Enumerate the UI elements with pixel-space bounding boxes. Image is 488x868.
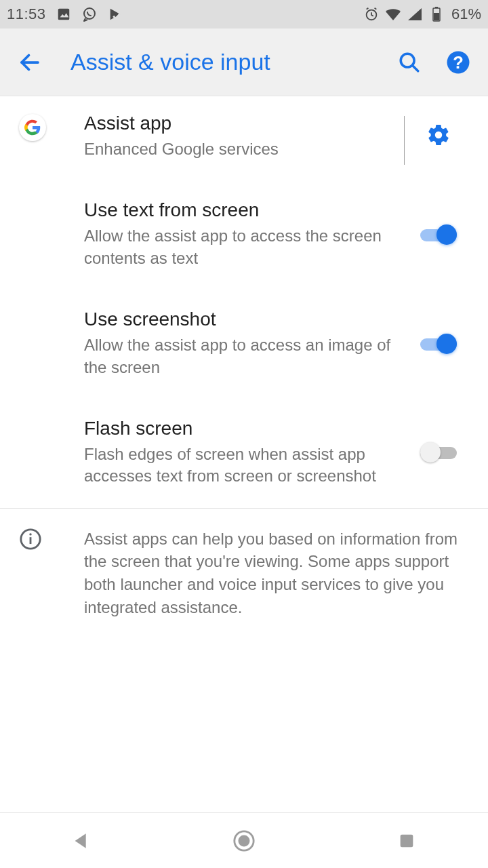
help-button[interactable]: ? (441, 45, 476, 80)
use-text-toggle[interactable] (420, 224, 457, 245)
nav-home-button[interactable] (203, 821, 285, 861)
svg-text:?: ? (453, 53, 464, 72)
whatsapp-icon (81, 6, 98, 22)
cellular-icon (407, 6, 423, 22)
help-icon: ? (446, 50, 470, 75)
use-screenshot-title: Use screenshot (84, 309, 408, 330)
use-text-subtitle: Allow the assist app to access the scree… (84, 225, 408, 269)
status-time: 11:53 (7, 5, 46, 23)
battery-icon (428, 6, 445, 22)
info-text: Assist apps can help you based on inform… (84, 528, 469, 618)
alarm-icon (363, 6, 380, 22)
circle-home-icon (232, 829, 256, 852)
play-store-icon (107, 6, 123, 22)
info-icon (19, 528, 42, 551)
use-screenshot-row[interactable]: Use screenshot Allow the assist app to a… (0, 285, 488, 395)
svg-rect-8 (434, 13, 439, 20)
nav-back-button[interactable] (41, 821, 122, 861)
arrow-left-icon (18, 50, 42, 75)
info-row: Assist apps can help you based on inform… (0, 509, 488, 635)
flash-screen-toggle[interactable] (420, 442, 457, 462)
assist-app-row[interactable]: Assist app Enhanced Google services (0, 96, 488, 176)
use-text-row[interactable]: Use text from screen Allow the assist ap… (0, 176, 488, 285)
back-button[interactable] (12, 45, 47, 80)
settings-list: Assist app Enhanced Google services Use … (0, 96, 488, 635)
svg-line-11 (412, 65, 418, 71)
svg-marker-5 (408, 8, 422, 20)
gear-icon (426, 123, 451, 147)
search-icon (398, 51, 421, 74)
nav-recents-button[interactable] (366, 821, 447, 861)
google-g-icon (19, 114, 46, 141)
page-title: Assist & voice input (70, 49, 270, 75)
use-screenshot-subtitle: Allow the assist app to access an image … (84, 334, 408, 378)
svg-point-19 (239, 835, 250, 846)
assist-app-settings-button[interactable] (426, 123, 451, 150)
flash-screen-row[interactable]: Flash screen Flash edges of screen when … (0, 395, 488, 508)
use-screenshot-toggle[interactable] (420, 334, 457, 354)
battery-percent: 61% (451, 5, 481, 23)
svg-marker-17 (75, 833, 86, 848)
wifi-icon (385, 6, 401, 22)
assist-app-title: Assist app (84, 113, 408, 134)
navigation-bar (0, 812, 488, 868)
svg-rect-7 (435, 7, 438, 8)
vertical-divider (404, 116, 405, 165)
svg-rect-20 (401, 834, 413, 847)
photos-icon (56, 6, 72, 22)
status-bar: 11:53 61% (0, 0, 488, 28)
svg-rect-0 (58, 9, 69, 20)
use-text-title: Use text from screen (84, 199, 408, 221)
flash-screen-title: Flash screen (84, 418, 408, 439)
svg-point-2 (84, 8, 95, 19)
app-bar: Assist & voice input ? (0, 28, 488, 96)
flash-screen-subtitle: Flash edges of screen when assist app ac… (84, 443, 408, 488)
assist-app-subtitle: Enhanced Google services (84, 138, 408, 160)
square-recents-icon (397, 831, 416, 850)
search-button[interactable] (392, 45, 427, 80)
triangle-back-icon (70, 830, 92, 852)
svg-point-16 (29, 533, 31, 535)
